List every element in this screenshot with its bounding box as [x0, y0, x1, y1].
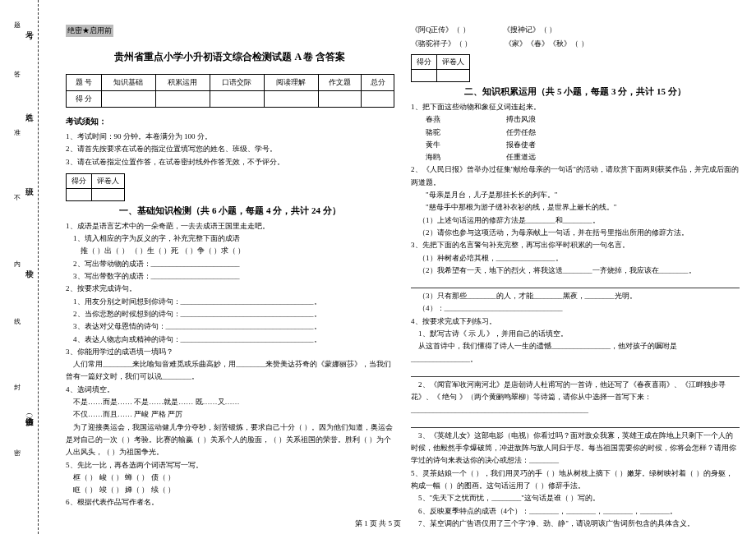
table-row: 得 分: [67, 91, 394, 108]
s2q4c: 2、《闻官军收河南河北》是唐朝诗人杜甫写的一首诗，他还写了《春夜喜雨》、《江畔独…: [411, 379, 740, 417]
td-blank: [318, 91, 362, 108]
q2c: 3、表达对父母恩情的诗句：___________________________…: [66, 320, 394, 333]
meaning-2: 任劳任怨: [506, 127, 536, 139]
th-basic: 知识基础: [101, 75, 155, 91]
dashed-rule: [38, 0, 39, 534]
q3: 3、你能用学过的成语填一填吗？: [66, 346, 394, 358]
cell-marker: 评卷人: [437, 55, 470, 70]
secret-mark: 绝密★启用前: [66, 25, 113, 37]
q3a: 人们常用________来比喻知音难觅或乐曲高妙，用________来赞美达芬奇…: [66, 358, 394, 384]
th-number: 题 号: [67, 75, 102, 91]
q6: 6、根据代表作品写作者名。: [66, 496, 394, 509]
books-row-2: 《骆驼祥子》（ ） 《家》《春》《秋》（ ）: [411, 39, 740, 49]
cell-marker: 评卷人: [92, 173, 125, 188]
answer-line: [411, 279, 740, 288]
th-oral: 口语交际: [210, 75, 264, 91]
q5: 5、先比一比，再各选两个词语写写一写。: [66, 459, 394, 472]
td-blank: [210, 91, 264, 108]
cell-blank: [67, 188, 92, 200]
q4c: 为了迎接奥运会，我国运动健儿争分夺秒，刻苦锻炼，要求自己十分（ ）。因为他们知道…: [66, 421, 394, 459]
book-2: 《搜神记》（ ）: [503, 25, 556, 35]
th-reading: 阅读理解: [264, 75, 318, 91]
main-content: 绝密★启用前 贵州省重点小学小升初语文综合检测试题 A 卷 含答案 题 号 知识…: [49, 0, 756, 534]
s2q5b: 6、反映夏季特点的成语（4个）：________，________，______…: [411, 505, 740, 518]
cell-blank: [437, 70, 470, 82]
q2d: 4、表达人物志向或精神的诗句：_________________________…: [66, 334, 394, 346]
seal-word-1: 题: [12, 16, 21, 21]
cell-score: 得分: [67, 173, 92, 188]
meanings-col: 搏击风浪 任劳任怨 报春使者 任重道远: [506, 113, 536, 163]
connect-columns: 春燕 骆驼 黄牛 海鸥 搏击风浪 任劳任怨 报春使者 任重道远: [426, 113, 740, 163]
s2q2d: （2）请你也参与这项活动，为母亲献上一句话，并在括号里指出所用的修辞方法。: [411, 227, 740, 239]
q1: 1、成语是语言艺术中的一朵奇葩，一去去成语王国里走走吧。: [66, 220, 394, 232]
book-1: 《阿Q正传》（ ）: [411, 25, 470, 35]
answer-line: [411, 418, 740, 428]
q5b: 眶（ ） 竣（ ） 婵（ ） 续（ ）: [66, 484, 394, 496]
s2q2b: "慈母手中那根为游子缝补衣衫的线，是世界上最长的线。": [411, 201, 740, 214]
s2q5a: 5、"先天下之忧而忧，________"这句话是谁（ ）写的。: [411, 492, 740, 504]
notice-3: 3、请在试卷指定位置作答，在试卷密封线外作答无效，不予评分。: [66, 156, 394, 168]
seal-word-6: 线: [12, 312, 21, 317]
animals-col: 春燕 骆驼 黄牛 海鸥: [426, 113, 440, 163]
q1c: 3、写出带数字的成语：________________________: [66, 270, 394, 283]
marker-table: 得分评卷人: [66, 173, 125, 201]
q2b: 2、当你悲愁的时候想到的诗句：_________________________…: [66, 308, 394, 320]
s2q2a: "母亲是月台，儿子是那挂长长的列车。": [411, 189, 740, 201]
s2q3d: （4）：________________________________: [411, 302, 740, 315]
seal-word-5: 内: [12, 255, 21, 260]
s2q3a: （1）种树者必培其根，________________。: [411, 252, 740, 265]
seal-word-2: 答: [12, 66, 21, 71]
animal-3: 黄牛: [426, 139, 440, 151]
s2q4b: 从这首诗中，我们懂得了诗人一生的遗憾________________，他对孩子的…: [411, 340, 740, 366]
s2q2c: （1）上述句话运用的修辞方法是________和________。: [411, 214, 740, 227]
book-4: 《家》《春》《秋》（ ）: [505, 39, 588, 49]
cell-blank: [92, 188, 125, 200]
section-1-title: 一、基础知识检测（共 6 小题，每题 4 分，共计 24 分）: [66, 205, 394, 217]
score-table: 题 号 知识基础 积累运用 口语交际 阅读理解 作文题 总分 得 分: [66, 74, 394, 108]
paper-title: 贵州省重点小学小升初语文综合检测试题 A 卷 含答案: [66, 50, 394, 64]
s2q3c: （3）只有那些________的人，才能________黑夜，________光…: [411, 290, 740, 302]
q1b: 2、写出带动物的成语：________________________: [66, 258, 394, 270]
page-footer: 第 1 页 共 5 页: [0, 518, 756, 529]
q1a1: 推（ ）出（ ） （ ）生（ ）死 （ ）争（ ）求（ ）: [66, 245, 394, 257]
seal-word-7: 封: [12, 378, 21, 383]
books-row-1: 《阿Q正传》（ ） 《搜神记》（ ）: [411, 25, 740, 35]
seal-word-3: 准: [12, 123, 21, 128]
animal-4: 海鸥: [426, 151, 440, 163]
td-blank: [264, 91, 318, 108]
td-blank: [362, 91, 394, 108]
cell-score: 得分: [412, 55, 437, 70]
s2q4: 4、按要求完成下列练习。: [411, 315, 740, 328]
q4a: 不是……而是…… 不是……就是…… 既……又……: [66, 396, 394, 408]
animal-2: 骆驼: [426, 127, 440, 139]
animal-1: 春燕: [426, 113, 440, 126]
meaning-4: 任重道远: [506, 151, 536, 163]
s2q2: 2、《人民日报》曾举办过征集"献给母亲的一句话"的活动，请欣赏下面两则获奖作品，…: [411, 163, 740, 189]
marker-table-2: 得分评卷人: [411, 54, 470, 82]
td-blank: [155, 91, 210, 108]
q1a: 1、填入相应的字为反义的字，补充完整下面的成语: [66, 232, 394, 245]
right-column: 《阿Q正传》（ ） 《搜神记》（ ） 《骆驼祥子》（ ） 《家》《春》《秋》（ …: [403, 25, 748, 518]
seal-word-4: 不: [12, 189, 21, 194]
meaning-3: 报春使者: [506, 139, 536, 151]
s2q5: 5、灵茶姑娘一个（ ），我们用灵巧的手（ ）地从树枝上摘下（ ）嫩芽。绿树映衬着…: [411, 467, 740, 493]
cell-blank: [412, 70, 437, 82]
book-3: 《骆驼祥子》（ ）: [411, 39, 472, 49]
q5a: 框（ ） 峻（ ） 蝉（ ） 债（ ）: [66, 472, 394, 484]
s2q4d: 3、《英雄儿女》这部电影（电视）你看过吗？面对敌众我寡，英雄王成在阵地上只剩下一…: [411, 430, 740, 467]
section-2-title: 二、知识积累运用（共 5 小题，每题 3 分，共计 15 分）: [411, 85, 740, 98]
answer-line: [411, 367, 740, 377]
s2q3: 3、先把下面的名言警句补充完整，再写出你平时积累的一句名言。: [411, 239, 740, 251]
binding-margin: 考号 姓名 班级 学校 乡镇（街道） 题 答 准 不 内 线 封 密: [0, 0, 49, 534]
left-column: 绝密★启用前 贵州省重点小学小升初语文综合检测试题 A 卷 含答案 题 号 知识…: [58, 25, 403, 518]
seal-word-8: 密: [12, 444, 21, 449]
th-total: 总分: [362, 75, 394, 91]
table-row: 题 号 知识基础 积累运用 口语交际 阅读理解 作文题 总分: [67, 75, 394, 91]
q4: 4、选词填空。: [66, 384, 394, 396]
th-writing: 作文题: [318, 75, 362, 91]
s2q1: 1、把下面这些动物和象征义词连起来。: [411, 101, 740, 113]
notice-1: 1、考试时间：90 分钟。本卷满分为 100 分。: [66, 131, 394, 143]
s2q3b: （2）我希望有一天，地下的烈火，将我这送________一齐烧掉，我应该在___…: [411, 265, 740, 277]
td-blank: [101, 91, 155, 108]
notice-head: 考试须知：: [66, 116, 394, 127]
